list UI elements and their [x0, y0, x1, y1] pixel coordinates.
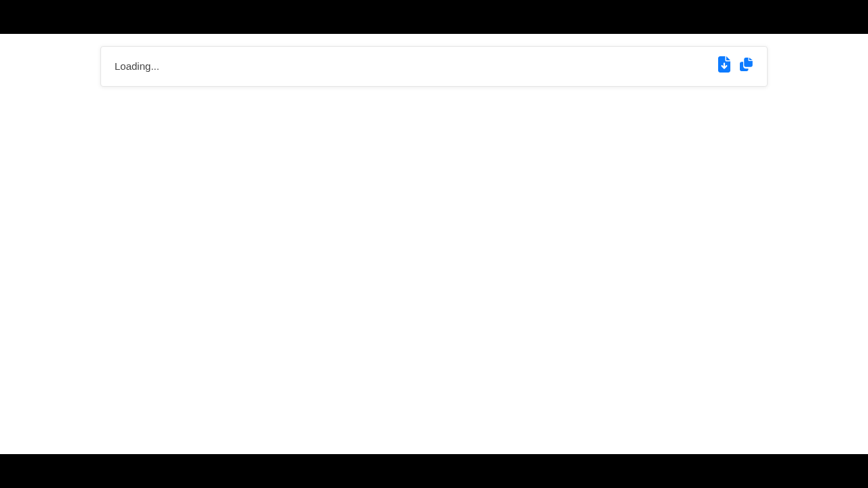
content-area: Loading... — [0, 34, 868, 454]
copy-files-icon — [740, 58, 753, 71]
file-download-icon — [718, 56, 730, 73]
top-bar — [0, 0, 868, 34]
loading-card: Loading... — [100, 46, 768, 87]
loading-text: Loading... — [115, 60, 159, 73]
download-file-button[interactable] — [718, 58, 730, 70]
bottom-bar — [0, 454, 868, 488]
copy-file-button[interactable] — [740, 58, 753, 71]
card-actions — [718, 58, 753, 71]
